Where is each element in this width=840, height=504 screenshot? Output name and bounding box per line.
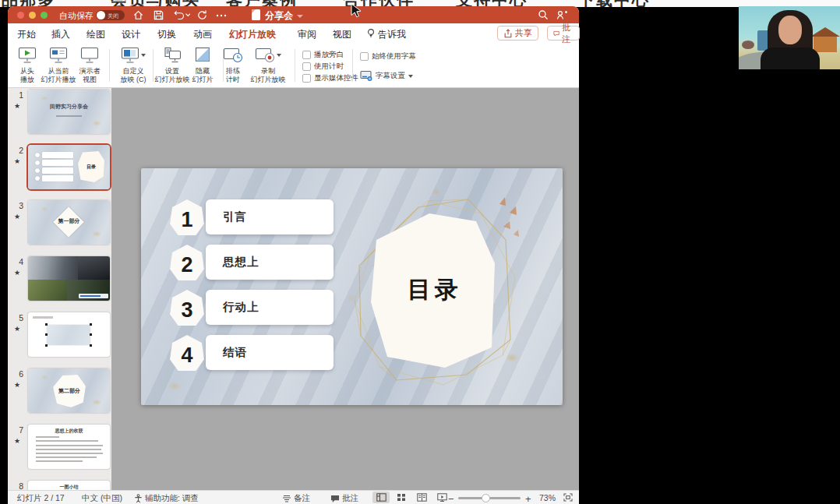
tab-review[interactable]: 审阅 xyxy=(298,28,316,41)
save-icon[interactable] xyxy=(153,9,164,21)
slide-8-thumbnail[interactable]: 一图小结 xyxy=(28,481,110,490)
tab-tell-me[interactable]: 告诉我 xyxy=(378,28,406,41)
title-chevron-icon xyxy=(297,15,303,18)
slide-number: 3 xyxy=(12,201,23,210)
animation-star-icon: ★ xyxy=(14,157,20,165)
zoom-slider[interactable] xyxy=(458,497,521,499)
zoom-out-button[interactable]: − xyxy=(448,493,454,504)
animation-star-icon: ★ xyxy=(14,381,20,389)
thumbnail-title: 第一部分 xyxy=(28,217,110,225)
play-narrations-checkbox[interactable]: 播放旁白 xyxy=(302,50,344,60)
slide-6-thumbnail[interactable]: 第二部分 xyxy=(28,368,110,413)
use-timings-checkbox[interactable]: 使用计时 xyxy=(302,62,344,72)
zoom-in-button[interactable]: + xyxy=(525,493,531,504)
status-bar: 幻灯片 2 / 17 中文 (中国) 辅助功能: 调查 备注 批注 xyxy=(8,490,579,504)
ribbon: 从头播放 从当前幻灯片播放 演示者视图 自定义放映 (C) 设置幻灯片放映 xyxy=(8,44,579,88)
home-icon[interactable] xyxy=(132,9,144,21)
zoom-slider-knob[interactable] xyxy=(482,494,490,502)
thumbnail-subtitle-line xyxy=(56,115,82,117)
custom-show-icon xyxy=(121,47,139,64)
webcam-overlay[interactable] xyxy=(739,6,840,69)
slide-7-thumbnail[interactable]: 思想上的收获 xyxy=(28,425,110,469)
toc-number-shape: 3 xyxy=(170,290,204,326)
animation-star-icon: ★ xyxy=(14,325,20,333)
slide-canvas[interactable]: 1 引言 2 思想上 3 行动上 4 结语 xyxy=(111,88,579,490)
more-options-icon[interactable] xyxy=(215,9,228,21)
minimize-window-button[interactable] xyxy=(29,12,36,19)
background-nav-item: 下载中心 xyxy=(578,0,650,7)
slide-counter[interactable]: 幻灯片 2 / 17 xyxy=(17,493,65,504)
comments-toggle-button[interactable]: 批注 xyxy=(330,493,358,504)
share-button[interactable]: 共享 xyxy=(497,26,538,41)
zoom-window-button[interactable] xyxy=(41,12,48,19)
slide-thumbnail-panel[interactable]: 1 ★ 田野实习分享会 2 ★ xyxy=(8,88,111,490)
tab-draw[interactable]: 绘图 xyxy=(86,28,105,41)
slide-number: 4 xyxy=(12,257,23,266)
redo-icon[interactable] xyxy=(196,9,208,21)
accessibility-icon xyxy=(134,494,143,503)
mouse-cursor xyxy=(351,3,362,19)
fit-slide-to-window-button[interactable] xyxy=(559,492,577,503)
slide-number: 1 xyxy=(12,90,23,100)
show-media-controls-checkbox[interactable]: 显示媒体控件 xyxy=(302,73,358,83)
thumbnail-text-line xyxy=(33,316,53,319)
slide-4-thumbnail[interactable] xyxy=(28,256,110,301)
accessibility-status[interactable]: 辅助功能: 调查 xyxy=(134,493,199,504)
subtitle-settings-icon xyxy=(360,70,372,81)
thumbnail-photo xyxy=(28,256,78,280)
slide-number: 6 xyxy=(12,369,23,379)
toggle-knob xyxy=(97,11,105,19)
animation-star-icon: ★ xyxy=(14,269,20,277)
slide-5-thumbnail[interactable] xyxy=(28,312,110,357)
tab-home[interactable]: 开始 xyxy=(17,28,36,41)
share-presentation-icon[interactable] xyxy=(556,9,568,20)
comment-icon xyxy=(553,29,559,38)
checkbox-icon xyxy=(302,51,311,59)
search-icon[interactable] xyxy=(538,9,549,20)
rehearse-timings-icon xyxy=(223,47,243,64)
document-icon xyxy=(252,9,260,20)
toc-item-card: 行动上 xyxy=(206,290,334,325)
normal-view-button[interactable] xyxy=(372,492,390,503)
thumbnail-image xyxy=(47,325,90,345)
toc-title[interactable]: 目录 xyxy=(396,274,474,306)
webcam-background-house xyxy=(814,37,837,52)
tab-view[interactable]: 视图 xyxy=(333,28,351,41)
slide-3-thumbnail[interactable]: 第一部分 xyxy=(28,200,110,245)
current-slide[interactable]: 1 引言 2 思想上 3 行动上 4 结语 xyxy=(141,168,563,405)
tab-slideshow[interactable]: 幻灯片放映 xyxy=(229,28,276,41)
tab-insert[interactable]: 插入 xyxy=(51,28,70,41)
language-indicator[interactable]: 中文 (中国) xyxy=(82,493,122,504)
always-use-subtitles-checkbox[interactable]: 始终使用字幕 xyxy=(360,51,416,62)
subtitle-settings-button[interactable]: 字幕设置 xyxy=(360,70,413,81)
document-title[interactable]: 分享会 xyxy=(265,9,293,23)
animation-star-icon: ★ xyxy=(14,213,20,220)
presenter-view-button[interactable]: 演示者视图 xyxy=(70,47,109,83)
tab-transitions[interactable]: 切换 xyxy=(157,28,176,41)
slide-number: 2 xyxy=(12,146,23,155)
record-slideshow-button[interactable]: 录制幻灯片放映 xyxy=(246,47,290,83)
screen: 品那多 会员与购买 客户案例 合作伙伴 支持中心 下载中心 自动保存 关闭 xyxy=(0,0,840,504)
zoom-percentage[interactable]: 73% xyxy=(539,493,556,502)
slide-2-thumbnail-selected[interactable]: 目录 xyxy=(28,145,110,189)
comments-button[interactable]: 批注 xyxy=(547,26,580,41)
slide-sorter-view-button[interactable] xyxy=(393,492,410,503)
lightbulb-icon xyxy=(366,28,376,41)
reading-view-button[interactable] xyxy=(413,492,430,503)
tab-animations[interactable]: 动画 xyxy=(193,28,212,41)
webcam-background-rock xyxy=(742,41,754,49)
slide-1-thumbnail[interactable]: 田野实习分享会 xyxy=(28,90,110,134)
toc-item-card: 引言 xyxy=(206,199,334,234)
notes-button[interactable]: 备注 xyxy=(282,493,310,504)
close-window-button[interactable] xyxy=(17,12,24,19)
slide-number: 5 xyxy=(12,313,23,322)
play-from-start-icon xyxy=(18,47,37,64)
thumbnail-background xyxy=(28,90,110,134)
undo-icon[interactable] xyxy=(173,9,190,21)
title-bar: 自动保存 关闭 分享会 xyxy=(8,6,579,23)
autosave-toggle[interactable]: 关闭 xyxy=(96,10,125,20)
custom-show-button[interactable]: 自定义放映 (C) xyxy=(114,47,153,83)
tab-design[interactable]: 设计 xyxy=(122,28,140,41)
checkbox-icon xyxy=(302,74,311,83)
comments-icon xyxy=(330,495,340,503)
